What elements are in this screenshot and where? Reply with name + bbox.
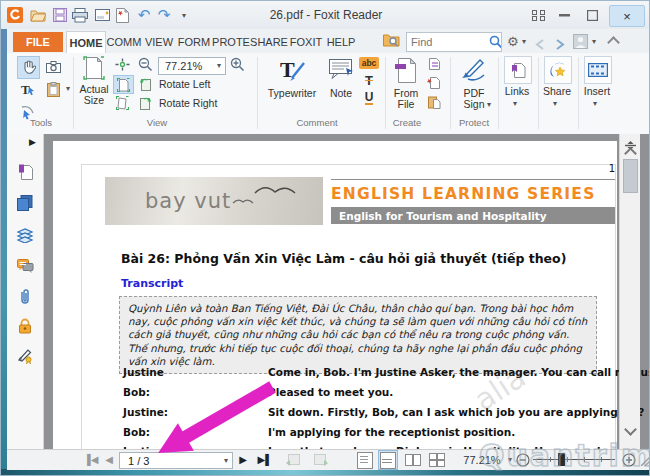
tab-home[interactable]: HOME	[66, 31, 106, 53]
facing-view-icon[interactable]	[403, 450, 423, 470]
rotate-right-icon[interactable]	[136, 94, 155, 111]
hand-tool-button[interactable]	[17, 56, 40, 79]
security-panel-icon[interactable]	[15, 316, 35, 336]
dialogue-speaker: Bob:	[123, 426, 150, 438]
tab-help[interactable]: HELP	[324, 31, 358, 53]
fit-page-icon[interactable]	[113, 75, 134, 94]
series-title: ENGLISH LEARNING SERIES	[331, 185, 615, 203]
back-icon[interactable]	[535, 36, 545, 54]
insert-icon[interactable]	[584, 56, 612, 84]
fit-visible-icon[interactable]	[113, 94, 132, 111]
page-display: 1 / 3	[120, 455, 149, 467]
select-text-icon[interactable]: T	[17, 79, 38, 100]
maximize-button[interactable]	[581, 5, 603, 25]
title-bar: ↶ ↷ ▾ 26.pdf - Foxit Reader ×	[1, 1, 650, 30]
page-box-caret-icon: ▾	[224, 457, 232, 465]
dialogue-text: Sit down. Firstly, Bob, can I ask which …	[268, 406, 608, 418]
from-clipboard-icon[interactable]	[425, 94, 443, 110]
rotate-left-icon[interactable]	[136, 75, 155, 92]
comments-panel-icon[interactable]	[15, 256, 35, 276]
zoom-out-icon[interactable]	[136, 56, 155, 73]
find-box[interactable]	[406, 32, 502, 52]
ribbon-tab-row: FILE HOME COMM VIEW FORM PROTE SHARE FOX…	[7, 29, 650, 53]
blank-page-icon[interactable]	[425, 56, 443, 72]
group-label-comment: Comment	[282, 117, 352, 128]
account-icon[interactable]	[573, 34, 588, 53]
grid-icon[interactable]	[528, 5, 548, 25]
dialogue-speaker: Justine	[123, 366, 164, 378]
last-page-icon[interactable]: ▶▌	[257, 450, 273, 470]
single-page-view-icon[interactable]	[356, 450, 374, 470]
tab-comment[interactable]: COMM	[106, 31, 142, 53]
close-button[interactable]: ×	[609, 5, 645, 27]
note-label[interactable]: Note	[325, 88, 357, 99]
from-scanner-icon[interactable]	[425, 75, 443, 91]
strikeout-icon[interactable]: T	[359, 72, 379, 88]
typewriter-label[interactable]: Typewriter	[263, 88, 321, 99]
pdf-sign-caret-icon: ▾	[487, 101, 491, 109]
foxit-reader-window: ↶ ↷ ▾ 26.pdf - Foxit Reader × FILE HOME …	[0, 0, 650, 476]
vertical-scrollbar[interactable]	[619, 134, 640, 449]
next-view-icon[interactable]	[313, 450, 329, 470]
tab-share[interactable]: SHARE	[250, 31, 288, 53]
scroll-up-icon[interactable]	[626, 149, 635, 158]
minimize-button[interactable]	[553, 5, 575, 25]
continuous-view-icon[interactable]	[378, 450, 398, 470]
rotate-left-label[interactable]: Rotate Left	[159, 78, 210, 90]
previous-page-icon[interactable]: ◀	[103, 450, 115, 470]
tab-form[interactable]: FORM	[176, 31, 212, 53]
tab-foxit[interactable]: FOXIT	[288, 31, 324, 53]
zoom-level-combo[interactable]: 77.21% ▾	[158, 57, 226, 75]
from-file-icon[interactable]	[391, 55, 421, 85]
from-file-label[interactable]: From File	[386, 88, 426, 110]
find-input[interactable]	[407, 36, 489, 48]
page-number-box[interactable]: 1 / 3 ▾	[119, 452, 233, 469]
previous-view-icon[interactable]	[285, 450, 301, 470]
forward-icon[interactable]	[555, 36, 565, 54]
share-icon[interactable]	[544, 56, 572, 84]
layers-panel-icon[interactable]	[15, 225, 35, 245]
rotate-right-label[interactable]: Rotate Right	[159, 97, 217, 109]
dialogue-text: Pleased to meet you.	[268, 386, 608, 398]
bookmarks-panel-icon[interactable]	[15, 162, 35, 182]
transcript-label: Transcript	[121, 277, 183, 290]
snapshot-camera-icon[interactable]	[43, 56, 64, 77]
insert-label[interactable]: Insert	[579, 86, 615, 97]
search-folder-icon[interactable]	[383, 33, 400, 52]
underline-icon[interactable]: U	[359, 90, 379, 106]
tab-protect[interactable]: PROTE	[212, 31, 250, 53]
document-area: ▶	[7, 134, 650, 449]
share-label[interactable]: Share	[540, 86, 574, 97]
search-icon	[489, 35, 501, 49]
scrollbar-thumb[interactable]	[623, 159, 638, 193]
actual-size-icon[interactable]	[79, 55, 109, 81]
next-page-icon[interactable]: ▶	[237, 450, 249, 470]
links-label[interactable]: Links	[501, 86, 533, 97]
pages-panel-icon[interactable]	[15, 193, 35, 213]
clipboard-icon[interactable]	[43, 79, 64, 100]
tab-view[interactable]: VIEW	[142, 31, 176, 53]
fit-width-icon[interactable]	[113, 56, 132, 73]
expand-panel-icon[interactable]: ▶	[29, 137, 36, 147]
collapse-ribbon-icon[interactable]	[609, 38, 618, 47]
bayvut-logo-banner: bay vut	[105, 177, 323, 225]
actual-size-label[interactable]: Actual Size	[69, 84, 119, 106]
zoom-in-icon[interactable]	[228, 56, 247, 73]
dialogue-text: Come in, Bob. I'm Justine Asker, the man…	[268, 366, 608, 378]
scroll-down-icon[interactable]	[626, 428, 635, 434]
desktop-wallpaper-left	[1, 29, 7, 476]
zoom-level-value: 77.21%	[159, 60, 217, 72]
continuous-facing-view-icon[interactable]	[427, 450, 447, 470]
signatures-panel-icon[interactable]	[15, 346, 35, 366]
dialogue-speaker: Justine:	[123, 406, 168, 418]
links-icon[interactable]	[504, 56, 532, 84]
group-label-view: View	[117, 117, 197, 128]
pdf-sign-icon[interactable]	[458, 55, 490, 83]
typewriter-icon[interactable]: T	[275, 55, 309, 85]
first-page-icon[interactable]: ▐◀	[83, 450, 99, 470]
settings-gear-icon[interactable]: ⚙	[507, 34, 519, 49]
attachments-panel-icon[interactable]	[15, 286, 35, 306]
highlight-icon[interactable]: abc	[359, 57, 379, 69]
tab-file[interactable]: FILE	[13, 32, 63, 52]
note-icon[interactable]	[325, 55, 357, 85]
